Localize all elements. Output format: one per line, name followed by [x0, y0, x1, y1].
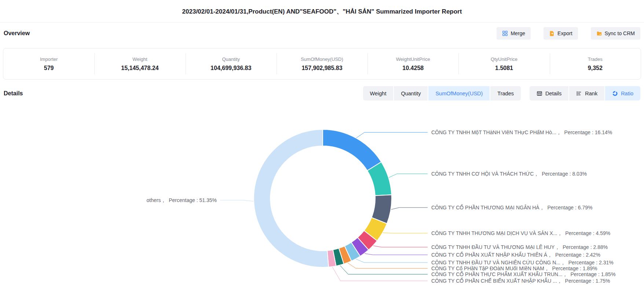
export-button-label: Export: [557, 30, 572, 36]
stat-label: Weight: [132, 56, 147, 62]
pie-leader-line: [348, 263, 428, 268]
stat-sum-of-money: SumOfMoney(USD) 157,902,985.83: [277, 48, 367, 79]
rank-icon: [576, 91, 582, 96]
overview-actions: Merge Export Sync to CRM: [497, 27, 640, 40]
pie-label: CÔNG TY CỔ PHẦN THỰC PHẨM XUẤT KHẨU TRUN…: [431, 271, 615, 277]
merge-button[interactable]: Merge: [497, 27, 531, 40]
pie-leader-line: [383, 233, 428, 233]
pie-label: CÔNG TY TNHH MộT THàNH VIêN THựC PHẩM Hò…: [431, 129, 612, 135]
pie-leader-line: [389, 174, 428, 177]
pie-label: CÔNG TY CỔ PHẦN THƯƠNG MẠI NGÂN HÀ， Perc…: [431, 204, 592, 210]
stat-qty-unit-price: QtyUnitPrice 1.5081: [458, 48, 549, 79]
tab-trades[interactable]: Trades: [490, 86, 521, 100]
pie-label: CÔNG TY TNHH ĐẦU TƯ VÀ NGHIÊN CỨU CÔNG N…: [431, 260, 614, 265]
stat-value: 10.4258: [402, 65, 424, 72]
tab-weight[interactable]: Weight: [363, 86, 394, 100]
details-header: Details Weight Quantity SumOfMoney(USD) …: [3, 86, 641, 100]
pie-label: CÔNG TY TNHH ĐẦU TƯ VÀ THƯƠNG MẠI LÊ HUY…: [431, 244, 608, 250]
view-rank-label: Rank: [585, 91, 597, 96]
pie-leader-line: [356, 259, 428, 263]
pie-leader-line: [332, 267, 428, 281]
pie-leader-line: [373, 246, 428, 247]
stat-label: Quantity: [222, 56, 239, 62]
view-switch-group: Details Rank Ratio: [530, 86, 640, 100]
table-icon: [537, 91, 542, 96]
stat-label: WeightUnitPrice: [396, 56, 430, 62]
stat-value: 9,352: [588, 65, 603, 72]
view-rank-button[interactable]: Rank: [569, 86, 604, 100]
stat-value: 15,145,478.24: [121, 65, 158, 72]
page-title: 2023/02/01-2024/01/31,Product(EN) AND"SE…: [0, 0, 644, 23]
pie-leader-line: [391, 208, 428, 209]
sync-folder-icon: [596, 30, 602, 36]
stat-weight-unit-price: WeightUnitPrice 10.4258: [367, 48, 458, 79]
overview-stats-panel: Importer 579 Weight 15,145,478.24 Quanti…: [3, 48, 641, 80]
view-ratio-button[interactable]: Ratio: [605, 86, 640, 100]
ratio-chart-area: CÔNG TY TNHH MộT THàNH VIêN THựC PHẩM Hò…: [0, 109, 644, 286]
details-heading: Details: [4, 90, 23, 97]
overview-heading: Overview: [4, 30, 30, 37]
stat-quantity: Quantity 104,699,936.83: [186, 48, 277, 79]
pie-label: CÔNG TY CỔ PHẦN XUẤT NHẬP KHẨU THIÊN Á， …: [431, 252, 600, 258]
pie-slice-0[interactable]: [323, 129, 381, 170]
tab-sum-of-money[interactable]: SumOfMoney(USD): [428, 86, 490, 100]
sync-to-crm-button-label: Sync to CRM: [605, 30, 635, 36]
donut-icon: [612, 91, 618, 96]
stat-label: Importer: [40, 56, 58, 62]
tab-quantity[interactable]: Quantity: [394, 86, 428, 100]
pie-label: CÔNG TY Cổ PHầN TậP ĐOàN MUốI MIềN NAM， …: [431, 265, 597, 271]
merge-icon: [502, 30, 508, 36]
pie-slice-10[interactable]: [254, 129, 329, 267]
pie-label: others， Percentage : 51.35%: [147, 197, 217, 203]
overview-header: Overview Merge Export Sync to CRM: [3, 27, 641, 40]
stat-label: Trades: [588, 56, 603, 62]
stat-value: 1.5081: [495, 65, 513, 72]
export-button[interactable]: Export: [544, 27, 578, 40]
sync-to-crm-button[interactable]: Sync to CRM: [591, 27, 640, 40]
export-icon: [549, 30, 555, 36]
view-details-label: Details: [545, 91, 561, 96]
stat-trades: Trades 9,352: [550, 48, 641, 79]
stat-importer: Importer 579: [3, 48, 94, 79]
pie-label: CÔNG TY CỔ PHẦN CHẾ BIẾN XUẤT NHẬP KHẨU …: [431, 278, 610, 284]
pie-leader-line: [365, 253, 428, 255]
pie-leader-line: [220, 200, 253, 201]
stat-label: QtyUnitPrice: [491, 56, 517, 62]
stat-value: 104,699,936.83: [211, 65, 251, 72]
pie-label: CÔNG TY TNHH THƯƠNG MẠI DỊCH VỤ VÀ SẢN X…: [431, 230, 610, 236]
pie-leader-line: [356, 132, 428, 138]
details-controls: Weight Quantity SumOfMoney(USD) Trades D…: [363, 86, 640, 100]
metric-tab-group: Weight Quantity SumOfMoney(USD) Trades: [363, 86, 521, 100]
stat-weight: Weight 15,145,478.24: [94, 48, 185, 79]
stat-label: SumOfMoney(USD): [301, 56, 343, 62]
stat-value: 157,902,985.83: [301, 65, 342, 72]
stat-value: 579: [44, 65, 54, 72]
view-ratio-label: Ratio: [621, 91, 633, 96]
view-details-button[interactable]: Details: [530, 86, 568, 100]
pie-label: CÔNG TY TNHH CƠ HỘI VÀ THÁCH THỨC， Perce…: [431, 171, 587, 177]
merge-button-label: Merge: [511, 30, 525, 36]
importer-ratio-chart: CÔNG TY TNHH MộT THàNH VIêN THựC PHẩM Hò…: [0, 109, 644, 285]
